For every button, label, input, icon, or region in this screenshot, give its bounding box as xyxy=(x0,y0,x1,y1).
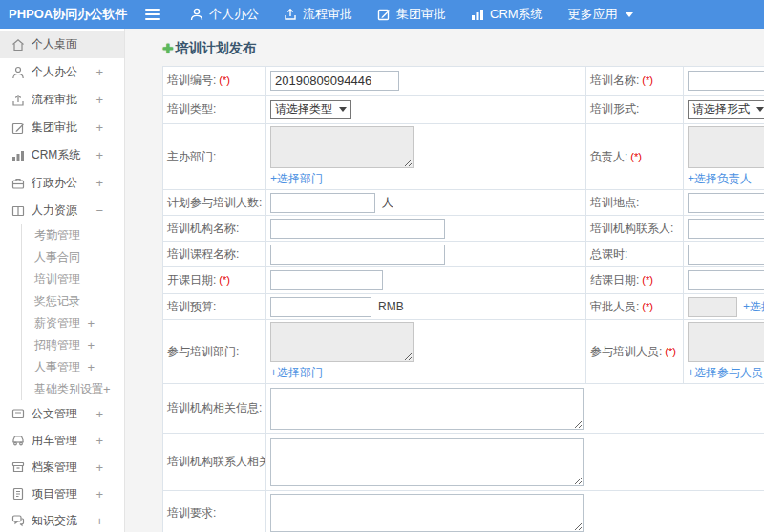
submenu-item-base-category[interactable]: 基础类别设置 + xyxy=(34,378,124,400)
submenu-item-personnel[interactable]: 人事管理 + xyxy=(34,356,124,378)
sidebar-item-archives[interactable]: 档案管理 + xyxy=(0,454,124,480)
expand-icon[interactable]: + xyxy=(87,338,95,352)
org-name-input[interactable] xyxy=(270,219,445,239)
field-label: 培训编号:(*) xyxy=(163,67,266,96)
course-name-input[interactable] xyxy=(270,245,445,265)
org-contact-input[interactable] xyxy=(688,219,764,239)
sidebar-item-desktop[interactable]: 个人桌面 xyxy=(0,31,124,58)
upload-flow-icon xyxy=(284,8,297,21)
field-label: 参与培训部门: xyxy=(163,320,266,384)
total-hours-input[interactable] xyxy=(688,245,764,265)
nav-process-approval[interactable]: 流程审批 xyxy=(271,0,365,29)
field-label: 培训机构名称: xyxy=(163,216,266,242)
expand-icon[interactable]: + xyxy=(87,316,95,330)
user-icon xyxy=(11,66,25,79)
menu-toggle-button[interactable] xyxy=(145,8,160,21)
training-plan-form: 培训编号:(*) 培训名称:(*) 培训类型: 请选择类型 xyxy=(162,66,764,532)
home-icon xyxy=(11,38,25,52)
budget-input[interactable] xyxy=(270,297,371,317)
select-arrow-icon xyxy=(339,107,347,112)
submenu-item-attendance[interactable]: 考勤管理 xyxy=(34,224,124,246)
end-date-input[interactable] xyxy=(688,270,764,290)
app-logo: PHPOA协同办公软件 xyxy=(0,6,126,23)
sidebar-item-documents[interactable]: 公文管理 + xyxy=(0,400,124,427)
submenu-item-salary[interactable]: 薪资管理 + xyxy=(34,312,124,334)
car-icon xyxy=(11,434,25,447)
submenu-item-rewards[interactable]: 奖惩记录 xyxy=(34,290,124,312)
select-department-link[interactable]: +选择部门 xyxy=(270,172,323,185)
expand-icon[interactable]: + xyxy=(96,460,103,475)
nav-label: 集团审批 xyxy=(396,6,446,23)
submenu-item-recruit[interactable]: 招聘管理 + xyxy=(34,334,124,356)
expand-icon[interactable]: + xyxy=(96,176,103,190)
training-mode-select[interactable]: 请选择形式 xyxy=(688,100,764,119)
collapse-icon[interactable]: − xyxy=(96,203,103,218)
edit-icon xyxy=(11,121,25,135)
field-label: 培训机构联系人相关信息: xyxy=(163,434,266,491)
sidebar-item-projects[interactable]: 项目管理 + xyxy=(0,480,124,507)
expand-icon[interactable]: + xyxy=(103,382,111,396)
training-name-input[interactable] xyxy=(688,71,764,91)
user-icon xyxy=(190,8,203,21)
nav-more-apps[interactable]: 更多应用 xyxy=(556,0,646,29)
org-info-textarea[interactable] xyxy=(270,388,584,430)
upload-flow-icon xyxy=(11,94,25,107)
expand-icon[interactable]: + xyxy=(96,514,103,528)
currency-suffix: RMB xyxy=(378,300,404,313)
expand-icon[interactable]: + xyxy=(96,148,103,162)
training-type-select[interactable]: 请选择类型 xyxy=(270,100,351,119)
location-input[interactable] xyxy=(688,193,764,213)
approver-input[interactable] xyxy=(688,297,737,317)
field-label: 培训机构联系人: xyxy=(586,216,684,242)
select-join-department-link[interactable]: +选择部门 xyxy=(270,366,323,379)
unit-suffix: 人 xyxy=(382,195,393,211)
sidebar-item-process-approval[interactable]: 流程审批 + xyxy=(0,86,124,114)
submenu-item-training[interactable]: 培训管理 xyxy=(34,268,124,290)
field-label: 主办部门: xyxy=(163,124,266,190)
sidebar-item-vehicles[interactable]: 用车管理 + xyxy=(0,427,124,454)
nav-personal-office[interactable]: 个人办公 xyxy=(178,0,271,29)
planned-count-input[interactable] xyxy=(270,193,375,213)
green-plus-icon: ✚ xyxy=(162,41,174,56)
archive-icon xyxy=(11,460,25,474)
bar-chart-icon xyxy=(471,8,484,21)
sidebar-item-admin-office[interactable]: 行政办公 + xyxy=(0,169,124,197)
training-number-input[interactable] xyxy=(270,71,399,91)
expand-icon[interactable]: + xyxy=(96,487,103,501)
select-leader-link[interactable]: +选择负责人 xyxy=(688,172,752,185)
field-label: 负责人:(*) xyxy=(586,124,684,190)
sidebar-item-group-approval[interactable]: 集团审批 + xyxy=(0,114,124,141)
field-label: 培训名称:(*) xyxy=(586,67,684,96)
expand-icon[interactable]: + xyxy=(96,434,103,448)
expand-icon[interactable]: + xyxy=(87,360,95,374)
page-title: ✚ 培训计划发布 xyxy=(162,40,764,57)
field-label: 培训预算: xyxy=(163,294,266,320)
bar-chart-icon xyxy=(11,149,25,162)
sidebar-item-crm[interactable]: CRM系统 + xyxy=(0,141,124,169)
host-department-textarea[interactable] xyxy=(270,126,414,168)
join-department-textarea[interactable] xyxy=(270,322,414,362)
sidebar-item-knowledge[interactable]: 知识交流 + xyxy=(0,507,124,532)
requirements-textarea[interactable] xyxy=(270,494,584,532)
expand-icon[interactable]: + xyxy=(96,93,103,107)
expand-icon[interactable]: + xyxy=(96,407,103,421)
select-approver-link[interactable]: +选择审批人员 xyxy=(743,299,764,315)
submenu-item-hr-contract[interactable]: 人事合同 xyxy=(34,246,124,268)
sidebar-item-personal-office[interactable]: 个人办公 + xyxy=(0,58,124,86)
select-arrow-icon xyxy=(756,107,764,112)
org-contact-info-textarea[interactable] xyxy=(270,438,584,486)
start-date-input[interactable] xyxy=(270,270,383,290)
nav-crm[interactable]: CRM系统 xyxy=(458,0,556,29)
nav-label: 流程审批 xyxy=(303,6,352,23)
join-people-textarea[interactable] xyxy=(688,322,764,362)
sidebar-bottom-group: 公文管理 + 用车管理 + 档案管理 + 项目 xyxy=(0,400,124,532)
select-join-people-link[interactable]: +选择参与人员 xyxy=(688,366,763,379)
expand-icon[interactable]: + xyxy=(96,65,103,79)
leader-textarea[interactable] xyxy=(688,126,764,168)
top-navigation: 个人办公 流程审批 集团审批 CRM系统 更多应用 xyxy=(178,0,646,29)
chat-bubbles-icon xyxy=(11,514,25,527)
sidebar-item-hr[interactable]: 人力资源 − xyxy=(0,197,124,224)
expand-icon[interactable]: + xyxy=(96,120,103,135)
hr-submenu: 考勤管理 人事合同 培训管理 奖惩记录 薪资管理 + 招聘管理 + xyxy=(21,224,124,400)
nav-group-approval[interactable]: 集团审批 xyxy=(365,0,458,29)
